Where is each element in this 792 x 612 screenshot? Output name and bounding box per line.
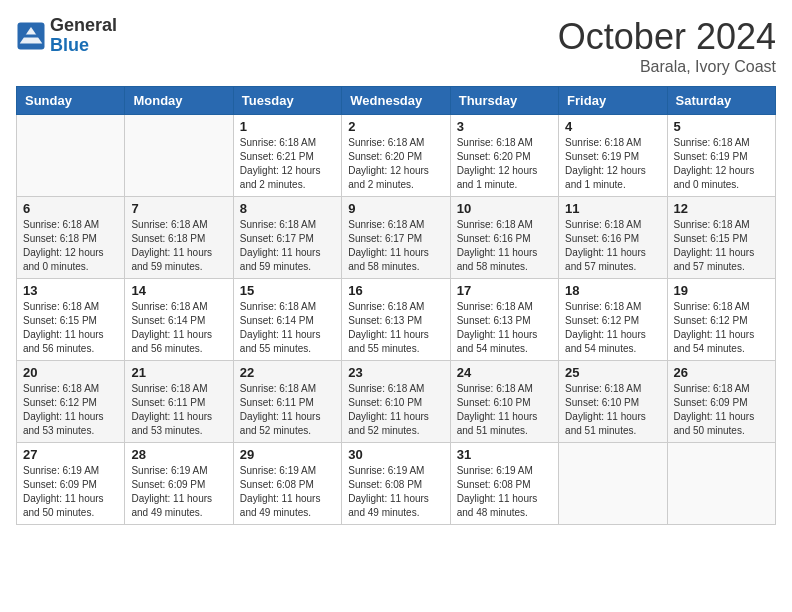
location-title: Barala, Ivory Coast: [558, 58, 776, 76]
svg-rect-2: [24, 34, 39, 37]
calendar-cell: 29Sunrise: 6:19 AM Sunset: 6:08 PM Dayli…: [233, 443, 341, 525]
day-info: Sunrise: 6:19 AM Sunset: 6:08 PM Dayligh…: [240, 464, 335, 520]
day-number: 15: [240, 283, 335, 298]
weekday-header-wednesday: Wednesday: [342, 87, 450, 115]
day-info: Sunrise: 6:18 AM Sunset: 6:15 PM Dayligh…: [674, 218, 769, 274]
calendar-cell: 23Sunrise: 6:18 AM Sunset: 6:10 PM Dayli…: [342, 361, 450, 443]
calendar-cell: 25Sunrise: 6:18 AM Sunset: 6:10 PM Dayli…: [559, 361, 667, 443]
calendar-cell: 2Sunrise: 6:18 AM Sunset: 6:20 PM Daylig…: [342, 115, 450, 197]
day-number: 30: [348, 447, 443, 462]
day-info: Sunrise: 6:18 AM Sunset: 6:19 PM Dayligh…: [674, 136, 769, 192]
day-info: Sunrise: 6:18 AM Sunset: 6:10 PM Dayligh…: [457, 382, 552, 438]
page-header: General Blue October 2024 Barala, Ivory …: [16, 16, 776, 76]
calendar-cell: 6Sunrise: 6:18 AM Sunset: 6:18 PM Daylig…: [17, 197, 125, 279]
day-number: 18: [565, 283, 660, 298]
day-number: 6: [23, 201, 118, 216]
calendar-cell: 1Sunrise: 6:18 AM Sunset: 6:21 PM Daylig…: [233, 115, 341, 197]
day-number: 5: [674, 119, 769, 134]
calendar-cell: [559, 443, 667, 525]
weekday-header-friday: Friday: [559, 87, 667, 115]
title-area: October 2024 Barala, Ivory Coast: [558, 16, 776, 76]
week-row-5: 27Sunrise: 6:19 AM Sunset: 6:09 PM Dayli…: [17, 443, 776, 525]
day-info: Sunrise: 6:18 AM Sunset: 6:16 PM Dayligh…: [457, 218, 552, 274]
day-info: Sunrise: 6:18 AM Sunset: 6:20 PM Dayligh…: [457, 136, 552, 192]
calendar-cell: 24Sunrise: 6:18 AM Sunset: 6:10 PM Dayli…: [450, 361, 558, 443]
day-info: Sunrise: 6:18 AM Sunset: 6:09 PM Dayligh…: [674, 382, 769, 438]
week-row-4: 20Sunrise: 6:18 AM Sunset: 6:12 PM Dayli…: [17, 361, 776, 443]
day-number: 26: [674, 365, 769, 380]
day-number: 4: [565, 119, 660, 134]
day-number: 27: [23, 447, 118, 462]
calendar-cell: 12Sunrise: 6:18 AM Sunset: 6:15 PM Dayli…: [667, 197, 775, 279]
day-info: Sunrise: 6:19 AM Sunset: 6:09 PM Dayligh…: [23, 464, 118, 520]
day-number: 3: [457, 119, 552, 134]
day-info: Sunrise: 6:18 AM Sunset: 6:18 PM Dayligh…: [23, 218, 118, 274]
day-number: 21: [131, 365, 226, 380]
day-number: 31: [457, 447, 552, 462]
calendar-cell: 16Sunrise: 6:18 AM Sunset: 6:13 PM Dayli…: [342, 279, 450, 361]
week-row-3: 13Sunrise: 6:18 AM Sunset: 6:15 PM Dayli…: [17, 279, 776, 361]
day-number: 16: [348, 283, 443, 298]
weekday-header-monday: Monday: [125, 87, 233, 115]
calendar-cell: 28Sunrise: 6:19 AM Sunset: 6:09 PM Dayli…: [125, 443, 233, 525]
day-info: Sunrise: 6:18 AM Sunset: 6:12 PM Dayligh…: [23, 382, 118, 438]
day-number: 22: [240, 365, 335, 380]
day-number: 10: [457, 201, 552, 216]
calendar-cell: 4Sunrise: 6:18 AM Sunset: 6:19 PM Daylig…: [559, 115, 667, 197]
day-number: 25: [565, 365, 660, 380]
day-info: Sunrise: 6:18 AM Sunset: 6:12 PM Dayligh…: [565, 300, 660, 356]
calendar-cell: 11Sunrise: 6:18 AM Sunset: 6:16 PM Dayli…: [559, 197, 667, 279]
calendar-table: SundayMondayTuesdayWednesdayThursdayFrid…: [16, 86, 776, 525]
day-info: Sunrise: 6:18 AM Sunset: 6:11 PM Dayligh…: [240, 382, 335, 438]
day-number: 29: [240, 447, 335, 462]
week-row-2: 6Sunrise: 6:18 AM Sunset: 6:18 PM Daylig…: [17, 197, 776, 279]
weekday-header-thursday: Thursday: [450, 87, 558, 115]
day-info: Sunrise: 6:18 AM Sunset: 6:11 PM Dayligh…: [131, 382, 226, 438]
day-number: 7: [131, 201, 226, 216]
day-info: Sunrise: 6:18 AM Sunset: 6:21 PM Dayligh…: [240, 136, 335, 192]
calendar-cell: 26Sunrise: 6:18 AM Sunset: 6:09 PM Dayli…: [667, 361, 775, 443]
calendar-cell: 15Sunrise: 6:18 AM Sunset: 6:14 PM Dayli…: [233, 279, 341, 361]
day-number: 9: [348, 201, 443, 216]
calendar-cell: 19Sunrise: 6:18 AM Sunset: 6:12 PM Dayli…: [667, 279, 775, 361]
day-info: Sunrise: 6:18 AM Sunset: 6:17 PM Dayligh…: [348, 218, 443, 274]
day-number: 12: [674, 201, 769, 216]
day-info: Sunrise: 6:18 AM Sunset: 6:20 PM Dayligh…: [348, 136, 443, 192]
calendar-cell: 31Sunrise: 6:19 AM Sunset: 6:08 PM Dayli…: [450, 443, 558, 525]
weekday-header-tuesday: Tuesday: [233, 87, 341, 115]
calendar-cell: 3Sunrise: 6:18 AM Sunset: 6:20 PM Daylig…: [450, 115, 558, 197]
day-number: 2: [348, 119, 443, 134]
day-info: Sunrise: 6:18 AM Sunset: 6:14 PM Dayligh…: [131, 300, 226, 356]
day-info: Sunrise: 6:19 AM Sunset: 6:08 PM Dayligh…: [457, 464, 552, 520]
day-info: Sunrise: 6:18 AM Sunset: 6:18 PM Dayligh…: [131, 218, 226, 274]
calendar-cell: [17, 115, 125, 197]
calendar-cell: 9Sunrise: 6:18 AM Sunset: 6:17 PM Daylig…: [342, 197, 450, 279]
calendar-cell: [667, 443, 775, 525]
calendar-cell: 5Sunrise: 6:18 AM Sunset: 6:19 PM Daylig…: [667, 115, 775, 197]
logo: General Blue: [16, 16, 117, 56]
day-number: 11: [565, 201, 660, 216]
calendar-cell: 18Sunrise: 6:18 AM Sunset: 6:12 PM Dayli…: [559, 279, 667, 361]
logo-line1: General: [50, 16, 117, 36]
calendar-cell: 27Sunrise: 6:19 AM Sunset: 6:09 PM Dayli…: [17, 443, 125, 525]
calendar-cell: 17Sunrise: 6:18 AM Sunset: 6:13 PM Dayli…: [450, 279, 558, 361]
day-number: 13: [23, 283, 118, 298]
day-info: Sunrise: 6:19 AM Sunset: 6:08 PM Dayligh…: [348, 464, 443, 520]
weekday-header-sunday: Sunday: [17, 87, 125, 115]
logo-icon: [16, 21, 46, 51]
week-row-1: 1Sunrise: 6:18 AM Sunset: 6:21 PM Daylig…: [17, 115, 776, 197]
calendar-cell: 10Sunrise: 6:18 AM Sunset: 6:16 PM Dayli…: [450, 197, 558, 279]
day-info: Sunrise: 6:18 AM Sunset: 6:19 PM Dayligh…: [565, 136, 660, 192]
calendar-cell: 21Sunrise: 6:18 AM Sunset: 6:11 PM Dayli…: [125, 361, 233, 443]
day-info: Sunrise: 6:18 AM Sunset: 6:10 PM Dayligh…: [348, 382, 443, 438]
day-info: Sunrise: 6:18 AM Sunset: 6:10 PM Dayligh…: [565, 382, 660, 438]
day-info: Sunrise: 6:18 AM Sunset: 6:16 PM Dayligh…: [565, 218, 660, 274]
day-number: 8: [240, 201, 335, 216]
day-number: 28: [131, 447, 226, 462]
day-number: 14: [131, 283, 226, 298]
day-info: Sunrise: 6:18 AM Sunset: 6:17 PM Dayligh…: [240, 218, 335, 274]
calendar-cell: 7Sunrise: 6:18 AM Sunset: 6:18 PM Daylig…: [125, 197, 233, 279]
day-info: Sunrise: 6:18 AM Sunset: 6:14 PM Dayligh…: [240, 300, 335, 356]
logo-line2: Blue: [50, 36, 117, 56]
day-info: Sunrise: 6:19 AM Sunset: 6:09 PM Dayligh…: [131, 464, 226, 520]
